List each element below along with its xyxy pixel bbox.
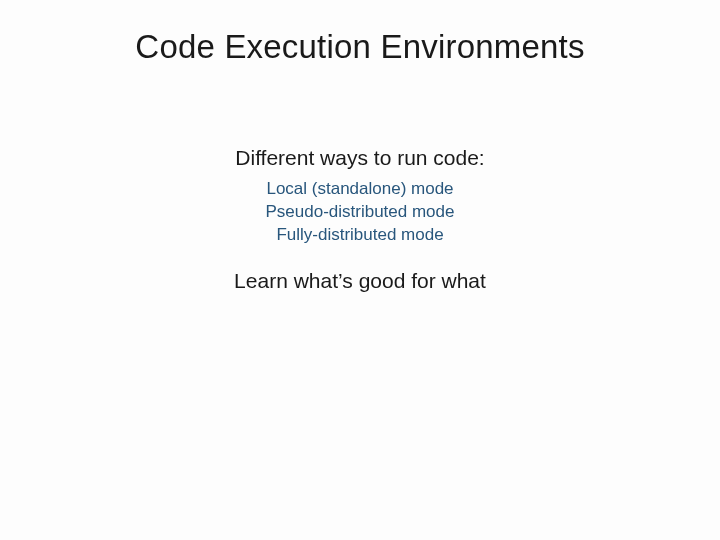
mode-list: Local (standalone) mode Pseudo-distribut… xyxy=(0,178,720,247)
list-item: Fully-distributed mode xyxy=(0,224,720,247)
list-item: Pseudo-distributed mode xyxy=(0,201,720,224)
slide-footer: Learn what’s good for what xyxy=(0,269,720,293)
slide-title: Code Execution Environments xyxy=(0,28,720,66)
slide: Code Execution Environments Different wa… xyxy=(0,0,720,540)
list-item: Local (standalone) mode xyxy=(0,178,720,201)
slide-subtitle: Different ways to run code: xyxy=(0,146,720,170)
